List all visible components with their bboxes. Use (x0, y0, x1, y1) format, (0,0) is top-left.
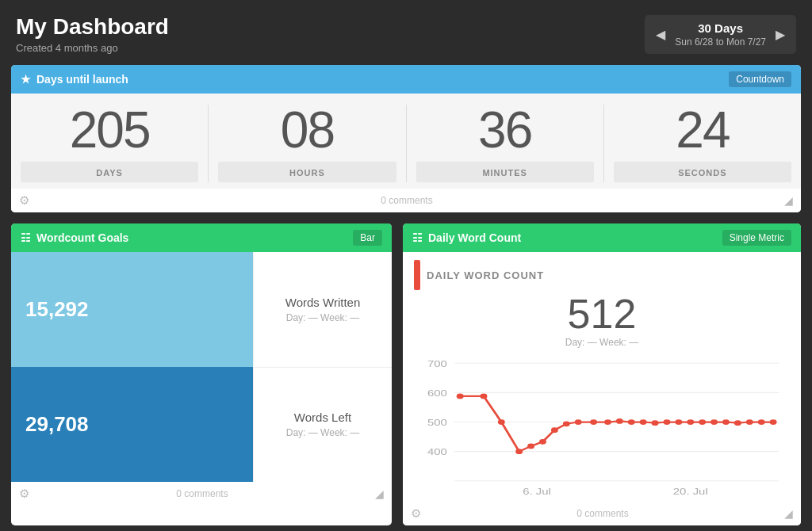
content: ★ Days until launch Countdown 205 DAYS 0… (0, 65, 812, 531)
legend-left: Words Left Day: — Week: — (254, 368, 392, 483)
countdown-minutes-label-box: MINUTES (416, 162, 594, 182)
daily-comments: 0 comments (576, 508, 628, 519)
svg-text:700: 700 (427, 359, 447, 369)
star-icon: ★ (21, 73, 31, 86)
countdown-minutes: 36 MINUTES (407, 105, 604, 182)
svg-point-14 (515, 449, 523, 454)
countdown-seconds-label-box: SECONDS (614, 162, 791, 182)
page-subtitle: Created 4 months ago (16, 42, 169, 54)
countdown-minutes-value: 36 (407, 105, 603, 155)
svg-text:600: 600 (427, 388, 447, 399)
grid-icon-2: ☷ (412, 231, 423, 244)
next-arrow-icon[interactable]: ▶ (776, 27, 785, 42)
bottom-row: ☷ Wordcount Goals Bar 15,292 29,708 Word… (11, 223, 801, 525)
daily-title-text: Daily Word Count (428, 231, 521, 244)
daily-body: DAILY WORD COUNT 512 Day: — Week: — 700 (403, 252, 801, 502)
svg-point-13 (498, 419, 505, 425)
date-range-sub: Sun 6/28 to Mon 7/27 (675, 36, 766, 48)
countdown-hours-label: HOURS (289, 168, 325, 178)
grid-icon: ☷ (21, 231, 31, 244)
wordcount-title-text: Wordcount Goals (36, 231, 128, 244)
legend-written-title: Words Written (285, 296, 360, 309)
bar-bottom-value: 29,708 (25, 412, 89, 437)
svg-text:400: 400 (427, 447, 447, 457)
legend-left-title: Words Left (294, 411, 351, 424)
bar-bottom: 29,708 (11, 367, 253, 482)
date-nav[interactable]: ◀ 30 Days Sun 6/28 to Mon 7/27 ▶ (645, 15, 796, 54)
header: My Dashboard Created 4 months ago ◀ 30 D… (0, 0, 812, 65)
daily-footer: ⚙ 0 comments ◢ (403, 502, 801, 525)
red-bar-indicator (414, 260, 420, 290)
countdown-comments: 0 comments (381, 195, 432, 206)
svg-point-22 (616, 418, 623, 424)
daily-widget: ☷ Daily Word Count Single Metric DAILY W… (403, 223, 801, 525)
bar-chart-area: 15,292 29,708 (11, 252, 253, 482)
daily-resize-handle[interactable]: ◢ (784, 507, 793, 520)
svg-point-12 (480, 394, 487, 399)
legend-left-sub: Day: — Week: — (286, 427, 359, 438)
daily-title: ☷ Daily Word Count (412, 231, 521, 244)
svg-point-17 (551, 427, 558, 433)
countdown-seconds-value: 24 (604, 105, 801, 155)
svg-point-35 (770, 419, 777, 425)
countdown-hours-label-box: HOURS (218, 162, 396, 182)
svg-point-23 (628, 419, 635, 425)
svg-point-25 (652, 420, 659, 426)
countdown-days: 205 DAYS (11, 105, 209, 182)
header-left: My Dashboard Created 4 months ago (16, 14, 169, 54)
wordcount-title: ☷ Wordcount Goals (21, 231, 128, 244)
countdown-minutes-label: MINUTES (482, 168, 527, 178)
countdown-hours: 08 HOURS (209, 105, 406, 182)
svg-point-32 (734, 420, 741, 426)
wordcount-gear-icon[interactable]: ⚙ (19, 487, 29, 501)
svg-point-20 (590, 419, 597, 425)
countdown-title-text: Days until launch (36, 73, 128, 86)
svg-text:6. Jul: 6. Jul (523, 487, 551, 497)
metric-sub: Day: — Week: — (414, 337, 790, 348)
svg-point-16 (539, 439, 546, 445)
svg-point-31 (722, 419, 730, 425)
metric-value: 512 (414, 292, 790, 337)
date-range-label: 30 Days (675, 21, 766, 35)
daily-gear-icon[interactable]: ⚙ (411, 506, 421, 521)
countdown-days-label-box: DAYS (21, 162, 198, 182)
svg-point-34 (758, 419, 765, 425)
wordcount-comments: 0 comments (176, 488, 228, 499)
countdown-days-label: DAYS (96, 168, 123, 178)
svg-text:20. Jul: 20. Jul (673, 487, 708, 497)
countdown-resize-handle[interactable]: ◢ (784, 194, 793, 207)
countdown-body: 205 DAYS 08 HOURS 36 MINUTES 24 (11, 94, 801, 189)
countdown-hours-value: 08 (209, 105, 405, 155)
bar-top-value: 15,292 (25, 297, 89, 322)
svg-point-19 (575, 419, 582, 425)
bar-top: 15,292 (11, 252, 253, 367)
wordcount-type-badge[interactable]: Bar (353, 230, 382, 246)
metric-title-text: DAILY WORD COUNT (427, 269, 544, 281)
chart-container: 700 600 500 400 6. Jul 20. Jul (414, 354, 790, 497)
svg-point-24 (640, 419, 647, 425)
svg-point-15 (527, 444, 534, 449)
metric-header: DAILY WORD COUNT (414, 260, 790, 290)
countdown-widget: ★ Days until launch Countdown 205 DAYS 0… (11, 65, 801, 212)
svg-point-27 (675, 419, 682, 425)
countdown-days-value: 205 (11, 105, 208, 155)
wordcount-widget-header: ☷ Wordcount Goals Bar (11, 223, 392, 252)
legend-written-sub: Day: — Week: — (286, 312, 359, 323)
daily-type-badge[interactable]: Single Metric (722, 230, 791, 246)
countdown-seconds: 24 SECONDS (604, 105, 801, 182)
svg-point-33 (746, 419, 753, 425)
page-title: My Dashboard (16, 14, 169, 40)
countdown-gear-icon[interactable]: ⚙ (19, 193, 29, 208)
svg-point-30 (710, 419, 718, 425)
wordcount-resize-handle[interactable]: ◢ (375, 487, 384, 500)
countdown-type-badge[interactable]: Countdown (729, 71, 791, 87)
daily-widget-header: ☷ Daily Word Count Single Metric (403, 223, 801, 252)
countdown-seconds-label: SECONDS (678, 168, 726, 178)
svg-point-18 (563, 422, 570, 427)
prev-arrow-icon[interactable]: ◀ (656, 27, 665, 42)
svg-point-26 (663, 419, 670, 425)
wordcount-body: 15,292 29,708 Words Written Day: — Week:… (11, 252, 392, 482)
svg-point-28 (687, 419, 694, 425)
legend-written: Words Written Day: — Week: — (254, 252, 392, 368)
countdown-footer: ⚙ 0 comments ◢ (11, 189, 801, 212)
